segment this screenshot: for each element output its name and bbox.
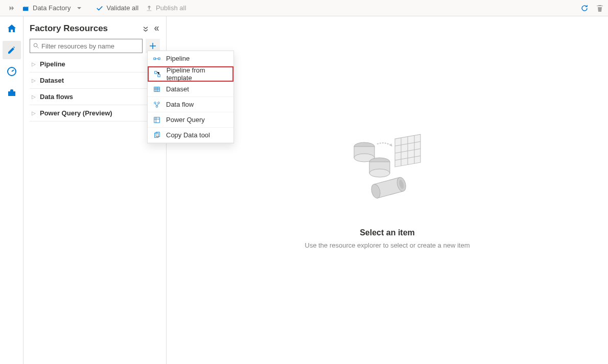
copy-icon [153,132,161,139]
filter-resources-box [30,39,143,53]
svg-point-15 [369,169,390,177]
dataflow-icon [153,101,161,108]
discard-button[interactable] [596,4,604,12]
triangle-right-icon: ▷ [32,78,36,83]
pencil-icon [7,45,17,55]
search-icon [33,43,39,49]
empty-state-subtitle: Use the resource explorer to select or c… [305,241,470,249]
triangle-right-icon: ▷ [32,94,36,100]
rail-author[interactable] [3,41,21,59]
menu-label: Power Query [166,116,205,124]
svg-rect-28 [154,117,160,123]
refresh-icon [580,4,589,12]
tree-label: Pipeline [40,60,65,68]
menu-item-pipeline[interactable]: Pipeline [148,51,233,66]
panel-title: Factory Resources [30,23,108,34]
menu-item-dataflow[interactable]: Data flow [148,97,233,112]
tree-label: Data flows [40,93,73,101]
triangle-right-icon: ▷ [32,61,36,67]
tree-item-dataflows[interactable]: ▷ Data flows [30,89,160,105]
dataset-icon [153,86,161,93]
rail-monitor[interactable] [3,62,21,81]
gauge-icon [7,66,17,77]
tree-item-dataset[interactable]: ▷ Dataset [30,72,160,89]
add-resource-menu: Pipeline Pipeline from template Dataset … [147,51,234,143]
validate-all-button[interactable]: Validate all [96,4,138,12]
svg-point-2 [34,43,37,47]
powerquery-icon [153,116,161,124]
expand-chevrons[interactable] [4,5,19,12]
rail-home[interactable] [3,19,21,38]
breadcrumb[interactable]: Data Factory [22,4,82,12]
empty-state-illustration [341,131,433,218]
svg-point-25 [154,102,156,104]
triangle-right-icon: ▷ [32,110,36,116]
svg-rect-1 [8,91,15,96]
menu-label: Copy Data tool [166,131,210,139]
publish-all-button[interactable]: Publish all [146,4,186,12]
upload-icon [146,5,153,12]
resource-panel: Factory Resources ▷ [24,16,167,364]
empty-state-title: Select an item [360,228,415,237]
chevron-down-icon [77,6,82,11]
expand-all-button[interactable] [143,26,149,32]
menu-label: Dataset [166,85,189,93]
toolbar-right [580,4,604,12]
trash-icon [596,4,604,12]
tree-label: Dataset [40,77,64,84]
collapse-panel-button[interactable] [154,26,160,32]
menu-item-powerquery[interactable]: Power Query [148,112,233,128]
toolbox-icon [7,88,17,98]
checkmark-icon [96,5,103,12]
svg-rect-22 [155,71,157,74]
svg-point-27 [156,105,158,107]
breadcrumb-label: Data Factory [33,4,71,12]
toolbar-actions: Validate all Publish all [96,4,186,12]
rail-manage[interactable] [3,84,21,102]
tree-item-pipeline[interactable]: ▷ Pipeline [30,56,160,72]
refresh-button[interactable] [580,4,589,12]
svg-rect-21 [158,58,160,60]
tree-label: Power Query (Preview) [40,109,112,117]
svg-point-26 [158,102,160,104]
menu-label: Pipeline [166,55,190,62]
factory-icon [22,5,30,12]
menu-label: Pipeline from template [167,66,227,82]
plus-icon [149,42,156,50]
menu-item-pipeline-template[interactable]: Pipeline from template [148,66,233,82]
home-icon [7,23,17,34]
menu-label: Data flow [166,101,194,108]
chevron-right-double-icon [8,5,15,12]
pipeline-icon [153,55,161,62]
top-toolbar: Data Factory Validate all Publish all [0,0,608,16]
publish-label: Publish all [156,4,186,12]
menu-item-dataset[interactable]: Dataset [148,82,233,97]
svg-rect-20 [154,58,156,60]
template-icon [154,70,161,78]
filter-input[interactable] [41,42,139,50]
menu-item-copydata[interactable]: Copy Data tool [148,128,233,143]
validate-label: Validate all [106,4,138,12]
svg-rect-24 [154,87,160,91]
tree-item-powerquery[interactable]: ▷ Power Query (Preview) [30,105,160,122]
double-chevron-down-icon [143,26,149,32]
svg-rect-23 [158,75,160,77]
double-chevron-left-icon [154,26,160,32]
vertical-rail [0,16,24,364]
